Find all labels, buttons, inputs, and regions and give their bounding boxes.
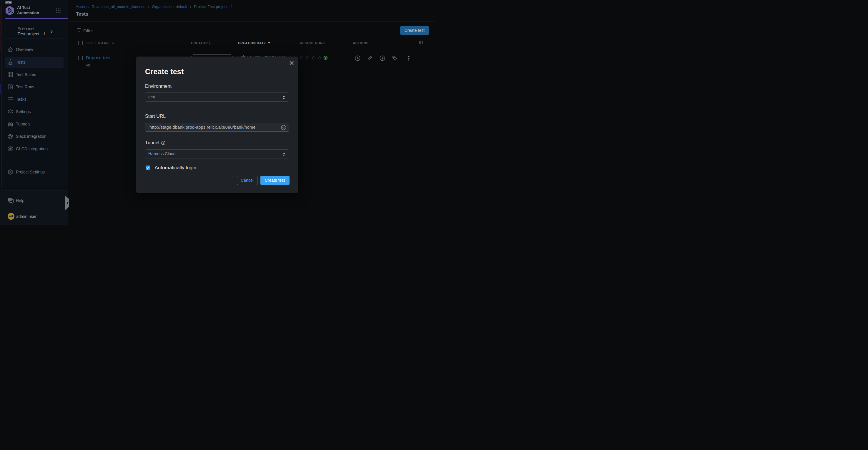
svg-text:?: ? xyxy=(9,198,11,201)
